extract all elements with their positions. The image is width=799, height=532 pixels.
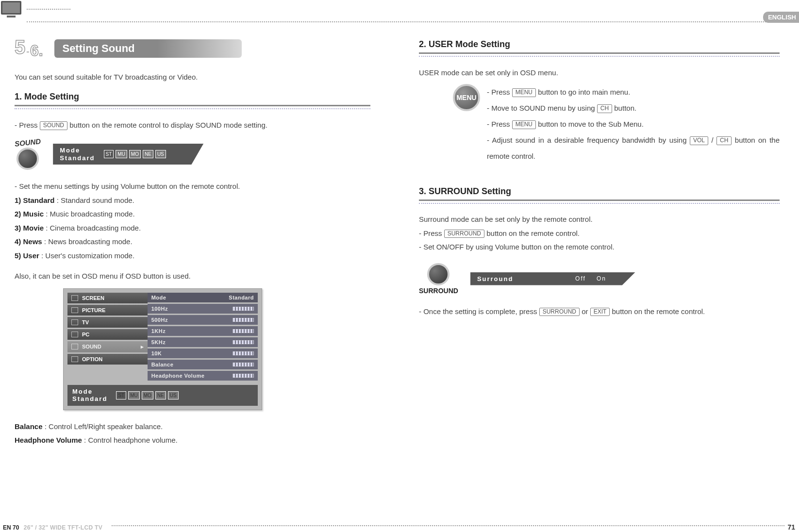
tv-icon <box>71 319 78 325</box>
osd-tab-label: SCREEN <box>82 295 104 301</box>
sub1-line: - Press SOUND button on the remote contr… <box>15 118 370 133</box>
svg-text:5: 5 <box>15 36 25 58</box>
osd-row-key: Headphone Volume <box>151 373 205 379</box>
surround-button-icon: SURROUND <box>419 263 458 295</box>
picture-icon <box>71 307 78 313</box>
sound-icon <box>71 344 78 349</box>
osd-row-key: Balance <box>151 362 174 367</box>
osd-menu-footer: Mode Standard ST MU MO NE US <box>67 385 258 406</box>
bottom-dotted-line <box>112 525 784 526</box>
osd-pill: NE <box>155 391 166 399</box>
level-bars-icon <box>233 340 254 344</box>
osd-row-key: 500Hz <box>151 317 168 323</box>
mode-label: 1) Standard <box>15 196 55 204</box>
surround-osd-preview: SURROUND Surround OffOn <box>419 263 780 295</box>
mode-desc: : Cinema broadcasting mode. <box>44 224 141 232</box>
chevron-right-icon: ▸ <box>141 344 144 350</box>
level-bars-icon <box>233 351 254 355</box>
sub2-title: 2. USER Mode Setting <box>419 39 780 51</box>
footer-left: EN 70 26" / 32" WIDE TFT-LCD TV <box>3 524 102 531</box>
text: - Press <box>419 229 444 237</box>
mode-label: 4) News <box>15 237 42 246</box>
osd-pill: MU <box>128 391 140 399</box>
osd-row-key: 100Hz <box>151 306 168 312</box>
osd-on: On <box>597 275 606 282</box>
osd-off: Off <box>575 275 586 282</box>
osd-tab: PICTURE <box>67 305 148 316</box>
text: - Press <box>15 121 40 129</box>
osd-tab-selected: SOUND▸ <box>67 341 148 352</box>
top-dotted-line <box>27 21 799 22</box>
osd-row-key: 1KHz <box>151 328 166 334</box>
sub1-rule <box>15 108 370 109</box>
mode-desc: : News broadcasting mode. <box>42 237 133 246</box>
text: / <box>708 136 716 144</box>
osd-row-key: 10K <box>151 350 162 356</box>
text: button on the remote control. <box>484 229 580 237</box>
sound-button-icon: SOUND <box>15 138 41 170</box>
section-number-icon: 5 - 6. <box>15 36 49 61</box>
sub1-desc: - Set the menu settings by using Volume … <box>15 180 370 283</box>
text: or <box>580 307 590 316</box>
osd-row-key: Mode <box>151 295 166 300</box>
language-badge: ENGLISH <box>763 12 799 23</box>
surround-key: SURROUND <box>444 230 484 238</box>
screen-icon <box>71 295 78 301</box>
section-header: 5 - 6. Setting Sound <box>15 36 370 61</box>
text: - Adjust sound in a desirable frequency … <box>487 136 690 144</box>
osd-menu-preview: SCREEN PICTURE TV PC SOUND▸ OPTION ModeS… <box>63 288 262 410</box>
svg-text:-: - <box>26 46 30 57</box>
text: - Once the setting is complete, press <box>419 307 539 316</box>
menu-instruction-block: MENU - Press MENU button to go into main… <box>453 84 780 164</box>
osd-tab-label: OPTION <box>82 356 102 362</box>
level-bars-icon <box>233 318 254 322</box>
level-bars-icon <box>233 307 254 311</box>
level-bars-icon <box>233 374 254 378</box>
text: - Set ON/OFF by using Volume button on t… <box>419 240 780 254</box>
osd-row: 1KHz <box>148 326 258 336</box>
osd-mode-label1: Mode <box>60 147 95 154</box>
osd-pill: NE <box>143 150 153 158</box>
section-title: Setting Sound <box>54 39 241 58</box>
level-bars-icon <box>233 329 254 333</box>
pc-icon <box>71 332 78 337</box>
text: - Press <box>487 120 512 128</box>
vol-key: VOL <box>690 136 708 145</box>
osd-surround-label: Surround <box>477 275 514 283</box>
sub3-title: 3. SURROUND Setting <box>419 186 780 199</box>
text: - Press <box>487 88 512 96</box>
menu-button-icon: MENU <box>453 84 480 111</box>
tv-logo-icon <box>0 0 25 19</box>
osd-tab: SCREEN <box>67 293 148 303</box>
text: button on the remote control. <box>610 307 705 316</box>
osd-pill: US <box>155 150 166 158</box>
osd-pill: MU <box>116 150 127 158</box>
osd-row: 5KHz <box>148 337 258 347</box>
surround-key: SURROUND <box>539 308 580 316</box>
osd-mode-label1: Mode <box>72 388 107 396</box>
balance-desc: : Control Left/Right speaker balance. <box>43 422 163 431</box>
svg-text:6.: 6. <box>30 42 43 59</box>
menu-key: MENU <box>512 88 536 97</box>
osd-pill: US <box>168 391 179 399</box>
option-icon <box>71 356 78 362</box>
osd-mode-label2: Standard <box>72 395 107 403</box>
text: - Set the menu settings by using Volume … <box>15 180 370 194</box>
osd-row-key: 5KHz <box>151 339 166 345</box>
surround-button-label: SURROUND <box>419 287 458 295</box>
sound-osd-preview: SOUND Mode Standard ST MU MO NE US <box>15 138 370 170</box>
sub1-title: 1. Mode Setting <box>15 92 370 104</box>
osd-row: Balance <box>148 360 258 369</box>
hp-desc: : Control headphone volume. <box>84 436 178 444</box>
mode-desc: : Music broadcasting mode. <box>44 210 135 218</box>
osd-tab-label: TV <box>82 319 89 325</box>
osd-row: 500Hz <box>148 315 258 325</box>
text: Also, it can be set in OSD menu if OSD b… <box>15 269 370 283</box>
page-number-right: 71 <box>787 523 795 531</box>
sub2-rule <box>419 56 780 57</box>
osd-mode-bar: Mode Standard ST MU MO NE US <box>53 144 203 165</box>
osd-row-val: Standard <box>229 295 254 300</box>
right-column: 2. USER Mode Setting USER mode can be se… <box>400 36 799 517</box>
page-number-left: EN 70 <box>3 524 19 531</box>
ch-key: CH <box>716 136 732 145</box>
